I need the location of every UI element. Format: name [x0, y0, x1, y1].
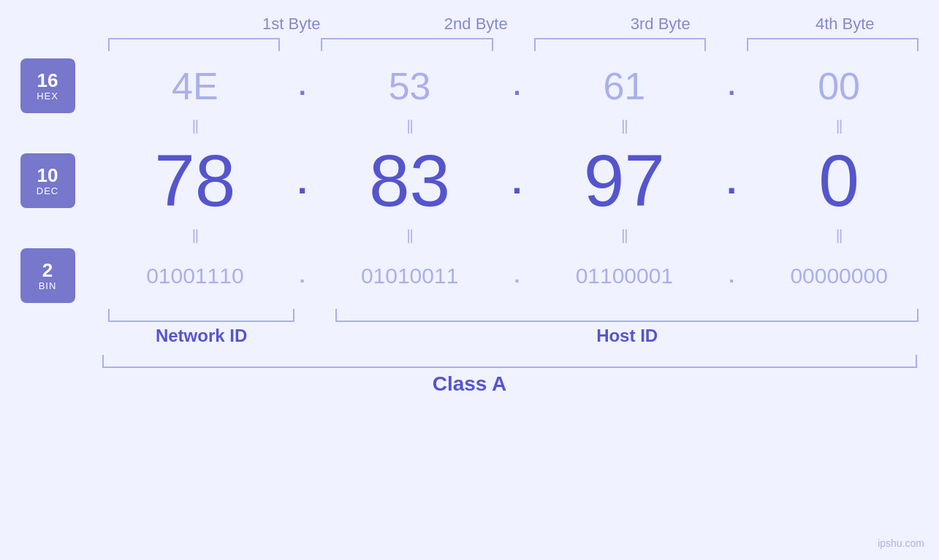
dec-dot-2: . [512, 161, 522, 202]
bin-val-3: 01100001 [576, 264, 673, 288]
top-bracket-3 [534, 38, 706, 51]
bin-dot-2: . [514, 264, 520, 287]
dec-dot-1: . [297, 161, 308, 202]
hex-val-3: 61 [603, 65, 645, 107]
equals-2-3: || [532, 227, 718, 244]
equals-1-4: || [746, 118, 932, 134]
equals-1-2: || [317, 118, 503, 134]
hex-badge: 16 HEX [20, 58, 75, 113]
byte-label-3: 3rd Byte [583, 15, 739, 34]
class-bracket [102, 355, 917, 368]
hex-val-4: 00 [818, 65, 860, 107]
hex-dot-1: . [299, 71, 306, 101]
network-bracket [108, 309, 294, 322]
bin-val-4: 00000000 [790, 264, 887, 288]
bin-val-2: 01010011 [361, 264, 458, 288]
equals-2-1: || [102, 227, 288, 244]
equals-1-3: || [532, 118, 718, 134]
hex-dot-2: . [513, 71, 520, 101]
top-bracket-1 [108, 38, 280, 51]
dec-badge: 10 DEC [20, 153, 75, 208]
main-container: 1st Byte 2nd Byte 3rd Byte 4th Byte 16 H… [0, 0, 939, 560]
bin-dot-3: . [729, 264, 734, 287]
dec-dot-3: . [726, 161, 737, 202]
watermark: ipshu.com [878, 537, 924, 549]
host-bracket [335, 309, 919, 322]
byte-label-4: 4th Byte [767, 15, 923, 34]
bin-val-1: 01001110 [146, 264, 243, 288]
hex-val-2: 53 [389, 65, 431, 107]
equals-1-1: || [102, 118, 288, 134]
dec-val-1: 78 [154, 139, 235, 221]
dec-val-3: 97 [584, 139, 665, 221]
byte-label-1: 1st Byte [214, 15, 370, 34]
bin-badge: 2 BIN [20, 248, 75, 303]
dec-val-2: 83 [369, 139, 450, 221]
bin-dot-1: . [300, 264, 305, 287]
hex-val-1: 4E [172, 65, 218, 107]
class-label: Class A [433, 372, 507, 395]
top-bracket-2 [321, 38, 493, 51]
host-id-label: Host ID [330, 326, 924, 346]
equals-2-4: || [746, 227, 932, 244]
dec-val-4: 0 [818, 139, 859, 221]
network-id-label: Network ID [102, 326, 300, 346]
hex-dot-3: . [728, 71, 735, 101]
top-bracket-4 [747, 38, 919, 51]
equals-2-2: || [317, 227, 503, 244]
byte-label-2: 2nd Byte [398, 15, 554, 34]
